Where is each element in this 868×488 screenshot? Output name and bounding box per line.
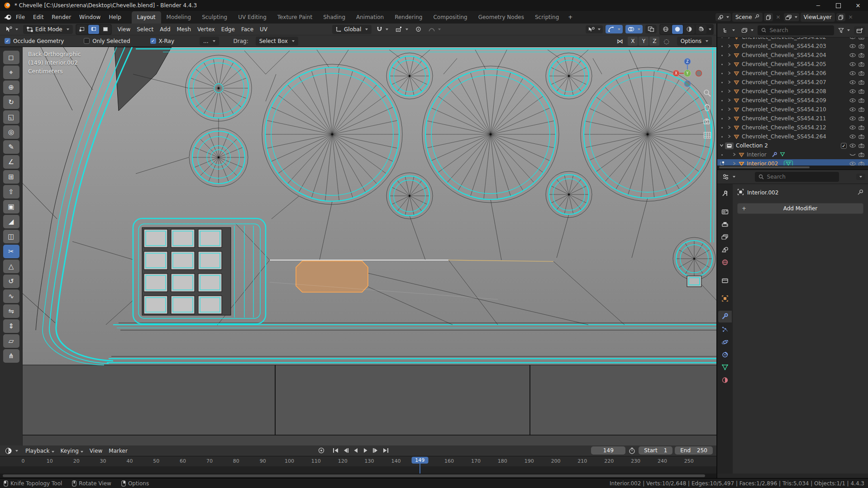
- outliner-row-object[interactable]: Chevrolet_Chevelle_SS454.210: [717, 105, 868, 114]
- collection-checkbox[interactable]: ✓: [841, 143, 847, 149]
- pin-icon[interactable]: [754, 14, 759, 20]
- more-options-dropdown[interactable]: ...: [200, 37, 219, 46]
- properties-search-box[interactable]: [755, 172, 839, 182]
- mirror-axis-x[interactable]: X: [628, 37, 638, 46]
- camera-icon[interactable]: [858, 38, 864, 39]
- occlude-geometry-checkbox[interactable]: ✓ Occlude Geometry: [5, 38, 64, 44]
- workspace-tab-layout[interactable]: Layout: [132, 11, 161, 24]
- play-button[interactable]: [361, 446, 370, 455]
- properties-options-dropdown[interactable]: [856, 174, 865, 180]
- tool-transform-button[interactable]: ◎: [3, 125, 19, 139]
- vertex-select-mode-button[interactable]: [76, 25, 87, 34]
- eye-icon[interactable]: [849, 125, 856, 130]
- chevron-right-icon[interactable]: [727, 125, 731, 129]
- outliner-row-object[interactable]: Interior.002: [717, 159, 868, 166]
- viewport-menu-face[interactable]: Face: [238, 25, 257, 34]
- tool-move-button[interactable]: ⊕: [3, 81, 19, 94]
- timeline-ruler[interactable]: 0102030405060708090100110120130140160170…: [0, 456, 716, 466]
- tool-annotate-button[interactable]: ✎: [3, 140, 19, 154]
- timeline-scrollbar-track[interactable]: [0, 474, 716, 478]
- chevron-right-icon[interactable]: [727, 98, 731, 102]
- new-collection-button[interactable]: [854, 26, 865, 35]
- properties-tab-scene[interactable]: [718, 244, 732, 256]
- tool-extrude-region-button[interactable]: ⇧: [3, 185, 19, 199]
- scene-name-field[interactable]: Scene: [732, 13, 763, 22]
- viewlayer-copy-button[interactable]: [836, 13, 845, 21]
- navigation-gizmo[interactable]: Z X Y: [671, 55, 704, 89]
- snap-target-dropdown[interactable]: [393, 25, 410, 33]
- eye-icon[interactable]: [849, 143, 856, 148]
- eye-icon[interactable]: [849, 53, 856, 57]
- workspace-tab-compositing[interactable]: Compositing: [428, 11, 472, 24]
- workspace-tab-scripting[interactable]: Scripting: [529, 11, 564, 24]
- workspace-tab-geometry-nodes[interactable]: Geometry Nodes: [473, 11, 529, 24]
- camera-icon[interactable]: [858, 116, 864, 121]
- next-keyframe-button[interactable]: [371, 446, 380, 455]
- camera-icon[interactable]: [858, 125, 864, 130]
- outliner-search-box[interactable]: [758, 25, 834, 35]
- timeline-track[interactable]: [0, 466, 716, 474]
- outliner-row-object[interactable]: Chevrolet_Chevelle_SS454.264: [717, 132, 868, 141]
- properties-tab-collection[interactable]: [718, 275, 732, 286]
- timeline-menu-view[interactable]: View: [86, 446, 105, 455]
- eye-icon[interactable]: [849, 80, 856, 85]
- mirror-icon[interactable]: ⋈: [614, 36, 625, 46]
- timeline-menu-playback[interactable]: Playback: [22, 446, 57, 455]
- active-tool-dropdown[interactable]: [3, 25, 20, 34]
- material-preview-button[interactable]: [684, 25, 695, 34]
- workspace-tab-sculpting[interactable]: Sculpting: [196, 11, 233, 24]
- chevron-right-icon[interactable]: [727, 80, 731, 84]
- jump-to-end-button[interactable]: [381, 446, 390, 455]
- chevron-right-icon[interactable]: [727, 53, 731, 57]
- tool-inset-faces-button[interactable]: ▣: [3, 200, 19, 213]
- eye-icon[interactable]: [849, 107, 856, 112]
- timeline-menu-marker[interactable]: Marker: [105, 446, 130, 455]
- properties-tab-modifiers[interactable]: [718, 311, 732, 322]
- auto-key-button[interactable]: [317, 446, 326, 455]
- chevron-down-icon[interactable]: [720, 143, 724, 147]
- tool-spin-button[interactable]: ↺: [3, 275, 19, 288]
- camera-icon[interactable]: [858, 134, 864, 139]
- chevron-right-icon[interactable]: [727, 116, 731, 120]
- playhead[interactable]: [420, 464, 420, 474]
- viewlayer-remove-button[interactable]: ✕: [847, 13, 855, 21]
- properties-tab-physics[interactable]: [718, 336, 732, 348]
- end-frame-field[interactable]: End250: [675, 446, 713, 455]
- menu-render[interactable]: Render: [48, 12, 75, 23]
- add-workspace-button[interactable]: +: [564, 11, 576, 24]
- chevron-right-icon[interactable]: [727, 134, 731, 138]
- eye-icon[interactable]: [849, 44, 856, 48]
- snap-toggle-button[interactable]: [374, 25, 391, 33]
- menu-edit[interactable]: Edit: [29, 12, 48, 23]
- chevron-right-icon[interactable]: [727, 71, 731, 75]
- properties-tab-output[interactable]: [718, 218, 732, 230]
- outliner-row-collection[interactable]: Collection 2✓: [717, 141, 868, 150]
- eye-closed-icon[interactable]: [849, 152, 856, 157]
- minimize-button[interactable]: ─: [808, 0, 828, 11]
- eye-icon[interactable]: [849, 161, 856, 166]
- outliner-filter-id-dropdown[interactable]: [739, 26, 756, 34]
- workspace-tab-animation[interactable]: Animation: [351, 11, 389, 24]
- outliner-display-mode-dropdown[interactable]: [720, 26, 737, 35]
- properties-tab-particles[interactable]: [718, 323, 732, 335]
- tool-rotate-button[interactable]: ↻: [3, 95, 19, 109]
- tool-rip-region-button[interactable]: ⋔: [3, 349, 19, 363]
- orientation-dropdown[interactable]: Global: [332, 25, 372, 34]
- tool-select-box-button[interactable]: ◻: [3, 51, 19, 64]
- timeline-menu-keying[interactable]: Keying: [57, 446, 86, 455]
- outliner-row-object[interactable]: Chevrolet_Chevelle_SS454.212: [717, 123, 868, 132]
- tool-measure-button[interactable]: ∠: [3, 155, 19, 169]
- zoom-icon[interactable]: [703, 89, 712, 99]
- camera-icon[interactable]: [858, 80, 864, 85]
- eye-icon[interactable]: [849, 134, 856, 139]
- viewport-menu-edge[interactable]: Edge: [218, 25, 238, 34]
- properties-tab-object-data[interactable]: [718, 361, 732, 373]
- outliner-row-object[interactable]: Chevrolet_Chevelle_SS454.211: [717, 114, 868, 123]
- tool-scale-button[interactable]: ◱: [3, 110, 19, 124]
- properties-editor-type-dropdown[interactable]: [720, 172, 738, 181]
- viewport-menu-vertex[interactable]: Vertex: [194, 25, 218, 34]
- outliner-row-object[interactable]: Chevrolet_Chevelle_SS454.202: [717, 38, 868, 42]
- edge-select-mode-button[interactable]: [88, 25, 99, 34]
- mirror-axis-y[interactable]: Y: [639, 37, 649, 46]
- pin-icon[interactable]: [857, 189, 863, 197]
